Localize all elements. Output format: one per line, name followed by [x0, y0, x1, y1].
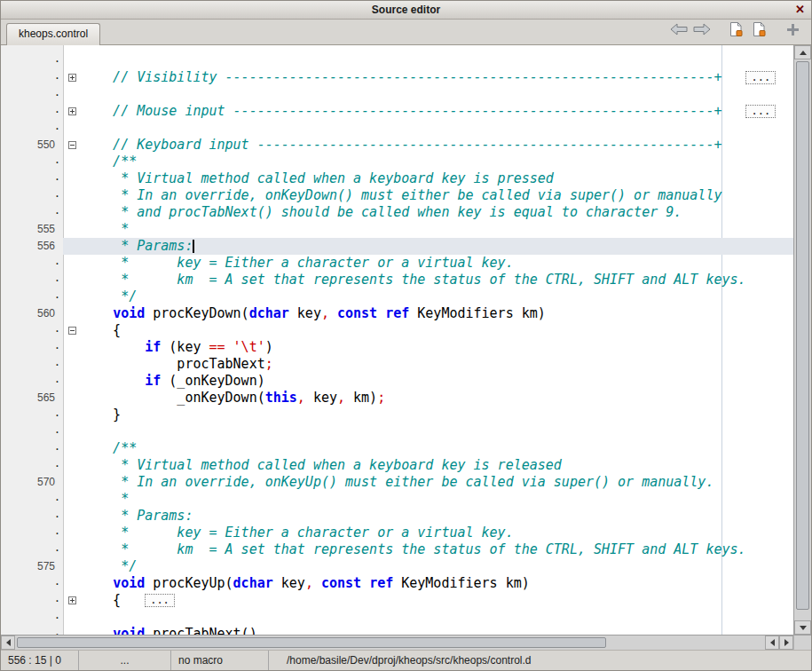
code-text[interactable]: void procKeyUp(dchar key, const ref KeyM…: [81, 575, 793, 592]
code-line[interactable]: ·: [1, 609, 793, 626]
code-text[interactable]: // Mouse input -------------------------…: [81, 103, 793, 120]
fold-toggle[interactable]: [68, 327, 76, 335]
code-text[interactable]: {: [81, 322, 793, 339]
detach-editor-button[interactable]: [781, 20, 804, 43]
code-line[interactable]: · // Mouse input -----------------------…: [1, 103, 793, 120]
editor-viewport[interactable]: ·· // Visibility -----------------------…: [1, 45, 793, 635]
fold-column: [63, 508, 81, 525]
code-text[interactable]: void procTabNext(): [81, 626, 793, 635]
code-text[interactable]: [81, 52, 793, 69]
vertical-scrollbar[interactable]: [793, 45, 811, 635]
code-line[interactable]: · if (key == '\t'): [1, 339, 793, 356]
code-text[interactable]: [81, 423, 793, 440]
code-line[interactable]: · {: [1, 322, 793, 339]
code-text[interactable]: *: [81, 491, 793, 508]
save-file-button[interactable]: [724, 20, 747, 43]
code-text[interactable]: /**: [81, 154, 793, 170]
fold-toggle[interactable]: [68, 596, 76, 604]
code-text[interactable]: * Virtual method called when a keyboard …: [81, 170, 793, 187]
horizontal-scrollbar[interactable]: [1, 635, 811, 650]
code-line[interactable]: · if (_onKeyDown): [1, 373, 793, 390]
code-text[interactable]: * km = A set that represents the status …: [81, 272, 793, 288]
scroll-left-button[interactable]: [1, 635, 15, 650]
code-line[interactable]: · * Virtual method called when a keyboar…: [1, 170, 793, 187]
code-text[interactable]: * key = Either a character or a virtual …: [81, 525, 793, 541]
code-text[interactable]: * Virtual method called when a keyboard …: [81, 457, 793, 474]
code-line[interactable]: 555 *: [1, 221, 793, 238]
tab-kheops-control[interactable]: kheops.control: [6, 23, 100, 45]
code-line[interactable]: · * Params:: [1, 508, 793, 525]
scroll-up-button[interactable]: [794, 45, 811, 59]
code-text[interactable]: {...: [81, 592, 793, 609]
code-line[interactable]: · * key = Either a character or a virtua…: [1, 255, 793, 272]
code-line[interactable]: 565 _onKeyDown(this, key, km);: [1, 390, 793, 407]
code-text[interactable]: * km = A set that represents the status …: [81, 541, 793, 558]
code-line[interactable]: ·: [1, 120, 793, 137]
code-text[interactable]: if (_onKeyDown): [81, 373, 793, 390]
code-line[interactable]: · * Virtual method called when a keyboar…: [1, 457, 793, 474]
code-text[interactable]: * key = Either a character or a virtual …: [81, 255, 793, 272]
code-line[interactable]: · // Visibility ------------------------…: [1, 69, 793, 86]
line-number: ·: [1, 170, 63, 187]
code-line[interactable]: · * key = Either a character or a virtua…: [1, 525, 793, 541]
code-text[interactable]: *: [81, 221, 793, 238]
code-line[interactable]: · procTabNext;: [1, 356, 793, 373]
code-line[interactable]: · void procKeyUp(dchar key, const ref Ke…: [1, 575, 793, 592]
code-line[interactable]: · */: [1, 288, 793, 305]
code-line[interactable]: 550 // Keyboard input ------------------…: [1, 137, 793, 154]
code-text[interactable]: /**: [81, 440, 793, 457]
scroll-left-button-right-end[interactable]: [765, 635, 779, 650]
collapsed-fold-marker[interactable]: ...: [745, 105, 776, 118]
code-line[interactable]: · /**: [1, 440, 793, 457]
code-line[interactable]: · /**: [1, 154, 793, 170]
code-line[interactable]: ·: [1, 86, 793, 103]
code-text[interactable]: [81, 86, 793, 103]
vertical-scroll-track[interactable]: [794, 59, 811, 620]
code-line[interactable]: · void procTabNext(): [1, 626, 793, 635]
code-line[interactable]: 570 * In an override, onKeyUp() must eit…: [1, 474, 793, 491]
code-line[interactable]: 556 * Params:: [1, 238, 793, 255]
fold-toggle[interactable]: [68, 74, 76, 82]
collapsed-fold-marker[interactable]: ...: [745, 71, 776, 84]
code-line[interactable]: 560 void procKeyDown(dchar key, const re…: [1, 305, 793, 322]
code-text[interactable]: void procKeyDown(dchar key, const ref Ke…: [81, 305, 793, 322]
fold-toggle[interactable]: [68, 107, 76, 115]
code-text[interactable]: }: [81, 407, 793, 423]
go-back-button[interactable]: [667, 20, 690, 43]
line-number: ·: [1, 541, 63, 558]
horizontal-scroll-thumb[interactable]: [17, 637, 606, 648]
code-text[interactable]: [81, 609, 793, 626]
close-button[interactable]: ✕: [795, 3, 805, 16]
vertical-scroll-thumb[interactable]: [796, 61, 809, 610]
code-text[interactable]: * In an override, onKeyUp() must either …: [81, 474, 793, 491]
code-text[interactable]: * Params:: [81, 238, 793, 255]
code-line[interactable]: ·: [1, 52, 793, 69]
code-line[interactable]: · *: [1, 491, 793, 508]
collapsed-fold-marker[interactable]: ...: [145, 594, 175, 607]
code-text[interactable]: _onKeyDown(this, key, km);: [81, 390, 793, 407]
code-text[interactable]: * Params:: [81, 508, 793, 525]
scroll-right-button[interactable]: [779, 635, 793, 650]
code-line[interactable]: · * In an override, onKeyDown() must eit…: [1, 187, 793, 204]
code-text[interactable]: // Visibility --------------------------…: [81, 69, 793, 86]
code-text[interactable]: if (key == '\t'): [81, 339, 793, 356]
save-file-as-button[interactable]: [747, 20, 770, 43]
code-line[interactable]: · }: [1, 407, 793, 423]
code-text[interactable]: * In an override, onKeyDown() must eithe…: [81, 187, 793, 204]
code-text[interactable]: [81, 120, 793, 137]
code-line[interactable]: · * km = A set that represents the statu…: [1, 272, 793, 288]
code-text[interactable]: */: [81, 558, 793, 575]
go-forward-button[interactable]: [690, 20, 713, 43]
code-text[interactable]: */: [81, 288, 793, 305]
scroll-down-button[interactable]: [794, 620, 811, 635]
code-line[interactable]: 575 */: [1, 558, 793, 575]
horizontal-scroll-track[interactable]: [15, 635, 765, 650]
code-line[interactable]: ·: [1, 423, 793, 440]
fold-toggle[interactable]: [68, 141, 76, 149]
code-text[interactable]: * and procTabNext() should be called whe…: [81, 204, 793, 221]
code-line[interactable]: · * and procTabNext() should be called w…: [1, 204, 793, 221]
code-text[interactable]: procTabNext;: [81, 356, 793, 373]
code-line[interactable]: · {...: [1, 592, 793, 609]
code-text[interactable]: // Keyboard input ----------------------…: [81, 137, 793, 154]
code-line[interactable]: · * km = A set that represents the statu…: [1, 541, 793, 558]
